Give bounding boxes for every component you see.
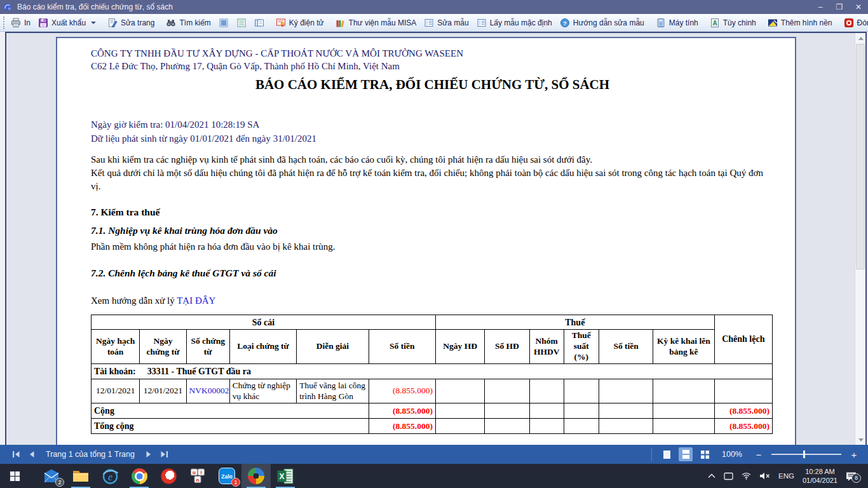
layout-continuous-button[interactable] bbox=[679, 447, 693, 461]
close-button[interactable]: ✕ bbox=[849, 0, 868, 14]
edit-page-label: Sửa trang bbox=[121, 18, 154, 27]
cell-empty bbox=[714, 379, 772, 403]
next-page-icon bbox=[146, 451, 152, 458]
restore-button[interactable]: ❐ bbox=[830, 0, 849, 14]
grand-total-difference: (8.855.000) bbox=[714, 419, 772, 434]
scroll-down-button[interactable] bbox=[855, 435, 866, 445]
taskbar-coc-coc[interactable] bbox=[154, 464, 183, 488]
layout-grid-button[interactable] bbox=[698, 447, 712, 461]
svg-text:u: u bbox=[193, 470, 196, 475]
voucher-number-link[interactable]: NVK00002 bbox=[186, 379, 229, 403]
dropdown-arrow-icon bbox=[91, 22, 96, 24]
export-label: Xuất khẩu bbox=[51, 18, 86, 27]
report-page: CÔNG TY TNHH ĐẦU TƯ XÂY DỰNG - CẤP THOÁT… bbox=[56, 37, 796, 445]
zoom-in-button[interactable]: + bbox=[849, 449, 859, 460]
add-background-label: Thêm hình nền bbox=[781, 18, 832, 27]
cell-empty bbox=[485, 379, 529, 403]
start-button[interactable] bbox=[0, 464, 29, 488]
cell-empty bbox=[599, 403, 653, 419]
taskbar-file-explorer[interactable] bbox=[66, 464, 95, 488]
template-library-button[interactable]: Thư viện mẫu MISA bbox=[332, 16, 421, 30]
taskbar-misa-active[interactable] bbox=[241, 464, 271, 488]
cell-empty bbox=[485, 403, 529, 419]
cell-voucher-type: Chứng từ nghiệp vụ khác bbox=[229, 379, 296, 403]
minimize-button[interactable]: – bbox=[811, 0, 830, 14]
taskbar-zalo[interactable]: Zalo 1 bbox=[212, 464, 241, 488]
template-library-label: Thư viện mẫu MISA bbox=[349, 18, 417, 27]
report-title: BÁO CÁO KIỂM TRA, ĐỐI CHIẾU CHỨNG TỪ, SỔ… bbox=[91, 77, 774, 93]
section-72-heading: 7.2. Chênh lệch bảng kê thuế GTGT và sổ … bbox=[91, 268, 774, 279]
cell-empty bbox=[436, 379, 485, 403]
last-page-button[interactable] bbox=[156, 447, 172, 462]
mail-badge: 2 bbox=[55, 478, 64, 487]
zoom-out-button[interactable]: − bbox=[754, 449, 764, 460]
group-header-thue: Thuế bbox=[436, 315, 715, 330]
table-row: 12/01/2021 12/01/2021 NVK00002 Chứng từ … bbox=[92, 379, 773, 403]
layout-single-icon bbox=[663, 450, 671, 459]
default-template-icon bbox=[477, 18, 487, 28]
misa-icon bbox=[248, 468, 264, 484]
svg-text:X: X bbox=[279, 472, 284, 481]
cell-empty bbox=[564, 403, 599, 419]
column-header: Số tiền bbox=[369, 330, 435, 364]
vertical-scrollbar[interactable] bbox=[855, 33, 865, 445]
customize-button[interactable]: A Tùy chinh bbox=[706, 16, 760, 30]
file-explorer-icon bbox=[72, 469, 89, 483]
action-center-button[interactable]: 8 bbox=[846, 471, 857, 481]
tray-clock[interactable]: 10:28 AM 01/04/2021 bbox=[803, 467, 837, 485]
calculator-button[interactable]: Máy tính bbox=[652, 16, 702, 30]
taskbar-chrome[interactable] bbox=[125, 464, 154, 488]
next-page-button[interactable] bbox=[141, 447, 156, 462]
zoom-slider-thumb[interactable] bbox=[803, 451, 805, 458]
window-titlebar: Báo cáo kiểm tra, đối chiếu chứng từ, sổ… bbox=[0, 0, 868, 14]
close-red-icon bbox=[844, 18, 854, 28]
background-image-icon bbox=[768, 18, 778, 28]
page-indicator: Trang 1 của tổng 1 Trang bbox=[46, 450, 135, 459]
first-page-button[interactable] bbox=[9, 447, 24, 462]
print-button[interactable]: In bbox=[7, 16, 34, 30]
cell-empty bbox=[653, 403, 714, 419]
wifi-icon bbox=[742, 472, 751, 480]
tray-network-button[interactable] bbox=[742, 472, 751, 480]
speaker-mute-icon bbox=[759, 472, 770, 480]
taskbar-internet-explorer[interactable]: e bbox=[95, 464, 125, 488]
edit-template-label: Sửa mẫu bbox=[437, 18, 468, 27]
edit-template-button[interactable]: Sửa mẫu bbox=[420, 16, 472, 30]
search-button[interactable]: Tìm kiếm bbox=[162, 16, 214, 30]
help-button[interactable]: ? Hướng dẫn sửa mẫu bbox=[556, 16, 648, 30]
subtotal-label: Cộng bbox=[92, 403, 369, 419]
data-range-line: Dữ liệu phát sinh từ ngày 01/01/2021 đến… bbox=[91, 132, 774, 146]
view-continuous-button[interactable] bbox=[233, 16, 250, 30]
tray-language-button[interactable]: ENG bbox=[778, 472, 794, 480]
view-facing-button[interactable] bbox=[250, 16, 268, 30]
taskbar-excel[interactable]: X bbox=[271, 464, 300, 488]
edit-page-button[interactable]: Sửa trang bbox=[104, 16, 158, 30]
account-group-row: Tài khoản:33311 - Thuế GTGT đầu ra bbox=[92, 364, 773, 379]
zoom-slider[interactable] bbox=[771, 454, 841, 455]
taskbar-mail[interactable]: 2 bbox=[37, 464, 66, 488]
svg-text:A: A bbox=[712, 20, 717, 27]
export-button[interactable]: Xuất khẩu bbox=[34, 16, 100, 30]
cell-amount-ledger: (8.855.000) bbox=[369, 379, 435, 403]
tray-volume-button[interactable] bbox=[759, 472, 770, 480]
calculator-label: Máy tính bbox=[669, 18, 698, 27]
view-single-button[interactable] bbox=[215, 16, 233, 30]
guide-link[interactable]: TẠI ĐÂY bbox=[177, 295, 215, 306]
tray-tablet-mode-button[interactable] bbox=[724, 472, 733, 480]
digital-sign-button[interactable]: Ký điện tử bbox=[272, 16, 328, 30]
scroll-up-button[interactable] bbox=[855, 33, 866, 43]
guide-line: Xem hướng dẫn xử lý TẠI ĐÂY bbox=[91, 295, 774, 306]
add-background-button[interactable]: Thêm hình nền bbox=[764, 16, 836, 30]
cell-voucher-date: 12/01/2021 bbox=[140, 379, 186, 403]
scrollbar-thumb[interactable] bbox=[856, 44, 865, 269]
cell-empty bbox=[653, 379, 714, 403]
close-report-button[interactable]: Đóng bbox=[840, 16, 868, 30]
default-template-button[interactable]: Lấy mẫu mặc định bbox=[473, 16, 556, 30]
tray-date: 01/04/2021 bbox=[803, 476, 837, 485]
tray-chevron-button[interactable] bbox=[708, 473, 715, 478]
taskbar-unikey[interactable]: uin bbox=[183, 464, 212, 488]
previous-page-button[interactable] bbox=[24, 447, 39, 462]
check-time-line: Ngày giờ kiểm tra: 01/04/2021 10:28:19 S… bbox=[91, 118, 774, 132]
layout-single-button[interactable] bbox=[660, 447, 674, 461]
cell-posting-date: 12/01/2021 bbox=[92, 379, 140, 403]
